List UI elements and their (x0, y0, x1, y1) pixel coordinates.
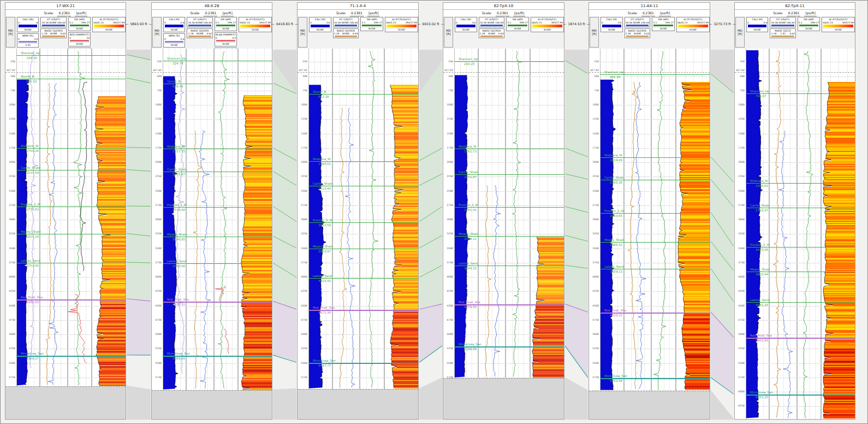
formation-top-line[interactable] (746, 208, 855, 208)
log-display-area[interactable]: 2505007501000125015001750200022502500275… (589, 49, 710, 419)
curve-header-box[interactable]: GR (API)5.1599.17NONE (798, 17, 820, 31)
log-display-area[interactable]: 2505007501000125015001750200022502500275… (5, 49, 126, 419)
scale-value[interactable]: 0.2361 (350, 10, 364, 16)
ai-heat-band (827, 261, 855, 262)
curve-header-box[interactable]: GR (API)5.1599.17NONE (652, 17, 675, 31)
formation-top-line[interactable] (600, 180, 710, 180)
curve-header-box[interactable]: AI (FT/S)(G/CC)4605.2349327.99NONE (822, 17, 855, 32)
formation-top-line[interactable] (16, 148, 126, 149)
formation-top-line[interactable] (163, 84, 272, 84)
curve-header-box[interactable]: CALI (IN)06NONE (17, 17, 39, 32)
formation-top-line[interactable] (308, 161, 418, 162)
scale-unit[interactable]: [px/ft] (221, 10, 233, 16)
curve-header-box[interactable]: GR (API)5.1599.17NONE (68, 17, 91, 31)
well-name-header[interactable]: 71-1-X-4 (298, 3, 418, 10)
formation-top-line[interactable] (308, 94, 418, 95)
formation-top-line[interactable] (163, 207, 272, 208)
formation-top-line[interactable] (308, 278, 418, 279)
formation-top-line[interactable] (746, 272, 855, 272)
ai-heat-band (394, 383, 418, 384)
correlation-polygons (419, 48, 442, 420)
log-display-area[interactable]: 2505007501000125015001750200022502500275… (443, 49, 564, 419)
formation-top-line[interactable] (746, 93, 855, 94)
formation-top-line[interactable] (163, 149, 272, 149)
curve-header-box[interactable]: GR (API)5.1599.17NONE (215, 17, 237, 31)
formation-top-line[interactable] (163, 172, 272, 172)
formation-top-line[interactable] (16, 79, 126, 79)
scale-unit[interactable]: [px/ft] (804, 10, 816, 16)
ai-heat-band (684, 304, 710, 305)
curve-header-box[interactable]: RHOZ (G/CM3)1.28NONE4.63 (333, 28, 359, 39)
formation-top-line[interactable] (600, 269, 710, 269)
scale-unit[interactable]: [px/ft] (513, 10, 525, 16)
ai-heat-band (102, 237, 126, 238)
formation-top-line[interactable] (746, 183, 855, 184)
ai-heat-band (395, 168, 418, 169)
formation-top-line[interactable] (454, 207, 564, 208)
well-name-header[interactable]: 62-TpX-11 (735, 3, 855, 10)
curve-header-box[interactable]: RHOZ (G/C3)1.282.424.63 (770, 28, 796, 39)
scale-value[interactable]: 0.2361 (787, 10, 800, 16)
curve-header-box[interactable]: DT (US/FT)26.36NONE106.64 (187, 17, 213, 27)
log-display-area[interactable]: 2505007501000125015001750200022502500275… (298, 49, 418, 419)
formation-top-line[interactable] (454, 236, 564, 237)
well-name-header[interactable]: 48-X-28 (152, 3, 272, 10)
curve-header-box[interactable]: GR (API)5.1599.17NONE (506, 17, 529, 31)
formation-top-line[interactable] (454, 266, 564, 266)
curve-header-box[interactable]: RHOZ (G/CM3)1.28NONE4.63 (625, 28, 651, 39)
curve-header-box[interactable]: DT (US/FT)26.36NONE106.64 (770, 17, 796, 27)
curve-header-box[interactable]: RHOZ (G/CM3)1.28NONE4.63 (40, 28, 67, 39)
formation-top-line[interactable] (746, 247, 855, 248)
log-display-area[interactable]: 2505007501000125015001750200022502500275… (735, 49, 855, 419)
curve-header-box[interactable]: RES (OHMM-FT)050NONE (68, 32, 91, 46)
well-name-header[interactable]: 17-WX-21 (5, 3, 126, 10)
curve-header-box[interactable]: RLA0 (OHMM-FT)00.5NONE (215, 32, 237, 46)
curve-header-box[interactable]: NPHI (%)00.6NONE (163, 33, 185, 48)
ai-heat-band (538, 244, 564, 245)
curve-header-box[interactable]: CALI (M)00.6NONE (746, 17, 768, 32)
curve-header-box[interactable]: NPHI (%)00.60.45 (17, 33, 39, 48)
formation-top-line[interactable] (746, 302, 855, 303)
scale-value[interactable]: 0.2361 (496, 10, 509, 16)
log-display-area[interactable]: 2505007501000125015001750200022502500275… (152, 49, 272, 419)
formation-top-line[interactable] (454, 174, 564, 175)
scale-unit[interactable]: [px/ft] (367, 10, 379, 16)
scale-value[interactable]: 0.2361 (641, 10, 655, 16)
formation-top-line[interactable] (308, 186, 418, 186)
curve-header-box[interactable]: RHOZ (G/CM3)1.28NONE4.63 (479, 28, 505, 39)
formation-top-line[interactable] (163, 263, 272, 264)
formation-top-line[interactable] (16, 234, 126, 234)
formation-top-line[interactable] (454, 61, 564, 62)
curve-header-box[interactable]: CALI (M)00.6NONE (163, 17, 185, 32)
scale-value[interactable]: 0.2361 (204, 10, 217, 16)
md-column-header[interactable]: MD[ft] (6, 17, 15, 48)
well-name-header[interactable]: 62-TpX-10 (443, 3, 564, 10)
formation-top-line[interactable] (600, 157, 710, 158)
formation-top-line[interactable] (600, 74, 710, 75)
formation-top-line[interactable] (16, 170, 126, 170)
curve-header-box[interactable]: RHOZ (G/CM3)1.28NONE4.63 (187, 28, 213, 39)
formation-top-line[interactable] (163, 237, 272, 237)
formation-top-line[interactable] (16, 207, 126, 207)
scale-unit[interactable]: [px/ft] (75, 10, 87, 16)
curve-header-box[interactable]: DT (US/FT)26.36NONE106.64 (479, 17, 505, 27)
formation-top-line[interactable] (454, 149, 564, 149)
formation-top-line[interactable] (308, 249, 418, 249)
curve-header-box[interactable]: CALI (M)00.6NONE (309, 17, 331, 32)
curve-header-box[interactable]: CALI (M)00.6NONE (455, 17, 477, 32)
scale-value[interactable]: 0.2361 (57, 10, 71, 16)
curve-header-box[interactable]: CALI (M)00.6NONE (601, 17, 623, 32)
curve-header-box[interactable]: DT (US/FT)26.36NONE106.64 (40, 17, 67, 27)
formation-top-line[interactable] (16, 55, 126, 56)
curve-header-box[interactable]: DT (US/FT)26.36NONE106.64 (625, 17, 651, 27)
ai-heat-band (532, 363, 564, 364)
formation-top-line[interactable] (308, 222, 418, 223)
scale-unit[interactable]: [px/ft] (659, 10, 671, 16)
curve-header-box[interactable]: DT (US/FT)26.36NONE106.64 (333, 17, 359, 27)
formation-top-line[interactable] (16, 263, 126, 263)
formation-top-line[interactable] (600, 213, 710, 214)
well-name-header[interactable]: 11-AX-11 (589, 3, 710, 10)
formation-top-line[interactable] (600, 242, 710, 243)
curve-header-box[interactable]: GR (API)5.1599.17NONE (360, 17, 383, 31)
formation-top-line[interactable] (163, 61, 272, 61)
